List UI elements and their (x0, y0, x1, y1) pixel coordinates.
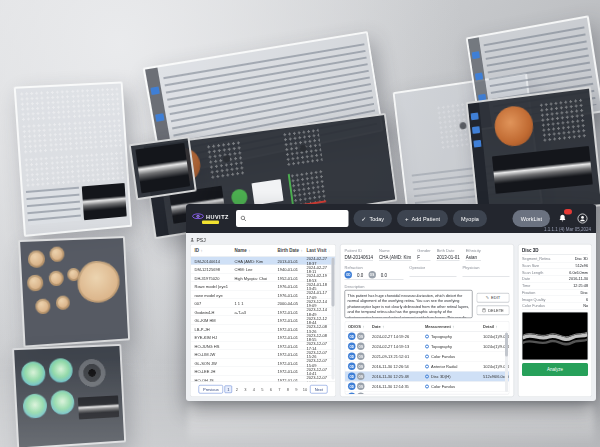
measurement-row[interactable]: OD OS 2016-11-30 12:14:35 Color Fundus (345, 382, 509, 392)
page-number-button[interactable]: 2 (233, 386, 241, 394)
sort-odos[interactable]: OD/OS↕ (348, 324, 372, 329)
od-badge: OD (348, 353, 356, 361)
patient-row[interactable]: HO-LEE JH 1972-01-01 2023-12-07 14:41 (191, 367, 336, 376)
description-textarea[interactable]: This patient has huge choroidal neovascu… (345, 290, 473, 318)
page-number-button[interactable]: 4 (250, 386, 258, 394)
measurement-type-icon (425, 334, 429, 338)
detail-field: Birth Date 2013-01-01 (437, 249, 460, 262)
edit-button[interactable]: ✎ EDIT (477, 293, 510, 303)
huvitz-logo: HUVITZ (192, 213, 229, 224)
sort-id[interactable]: ID↕ (195, 248, 235, 253)
os-badge: OS (357, 363, 365, 371)
sort-measurement[interactable]: Measurement↕ (425, 324, 483, 329)
check-icon: ✓ (361, 215, 366, 222)
od-badge: OD (348, 383, 356, 391)
previous-page-button[interactable]: Previous (199, 385, 224, 394)
od-badge: OD (348, 343, 356, 351)
search-input[interactable] (250, 216, 345, 222)
version-text: 1.1.1.1 (4) Mar 05,2024 (544, 227, 591, 232)
worklist-button[interactable]: WorkList (513, 210, 550, 227)
measurement-type-icon (425, 364, 429, 368)
next-page-button[interactable]: Next (310, 385, 327, 394)
sort-icon: ↕ (201, 248, 203, 253)
operator-value (409, 271, 456, 277)
patient-table-scrollbar[interactable] (332, 258, 335, 380)
measurement-row[interactable]: OD OS 2021-09-13 21:52:01 Color Fundus (345, 352, 509, 362)
measurement-row[interactable]: OD OS 2024-02-27 14:59:26 Topography 102… (345, 332, 509, 342)
page-number-button[interactable]: 3 (242, 386, 250, 394)
measurement-scrollbar[interactable] (505, 333, 508, 393)
patient-row[interactable]: LB-P-JH 1972-01-01 2023-12-08 13:26 (191, 325, 336, 334)
notifications-button[interactable] (555, 211, 570, 226)
measurement-table: OD/OS↕ Date↕ Measurement↕ Detail↕ OD OS … (345, 321, 510, 395)
brand-badge (202, 221, 219, 225)
app-window: HUVITZ ✓ Today + Add Patient Myopia (186, 204, 596, 401)
page-number-button[interactable]: 7 (276, 386, 284, 394)
content-area: PSJ ID↕ Name↕ Birth Date↕ Last Visit↓ DM… (186, 233, 596, 401)
patient-row[interactable]: GL-SON JW 1972-01-01 2023-12-07 15:09 (191, 359, 336, 368)
measurement-type-icon (425, 354, 429, 358)
floating-screen-topography (18, 236, 130, 348)
os-badge: OS (357, 353, 365, 361)
patient-row[interactable]: HO-JUNG HS 1972-01-01 2023-12-07 17:14 (191, 342, 336, 351)
notification-badge (564, 209, 572, 215)
patient-table-header: ID↕ Name↕ Birth Date↕ Last Visit↓ (191, 245, 336, 257)
patient-row[interactable]: GL-KIM HM 1972-01-01 2023-12-12 18:44 (191, 316, 336, 325)
measurement-row[interactable]: OD OS 2016-11-30 12:25:48 Disc 3D(H) 512… (345, 372, 509, 382)
patient-row[interactable]: Rowe model (eye1 1976-01-01 2024-01-18 1… (191, 282, 336, 291)
detail-fields-row2: Refraction OD 0.0 OS 0.0 Operator Phy (345, 265, 510, 280)
patient-row[interactable]: DM-12125698 CHM: Lee 1940-01-01 2024-02-… (191, 265, 336, 274)
page-number-button[interactable]: 10 (301, 386, 309, 394)
os-badge: OS (357, 393, 365, 395)
account-button[interactable] (575, 211, 590, 226)
measurement-type-icon (425, 384, 429, 388)
floating-screen-oct-small (129, 136, 197, 200)
patient-row[interactable]: 007 1 1 1 2000-04-05 2023-12-14 19:09 (191, 299, 336, 308)
myopia-button[interactable]: Myopia (453, 210, 487, 227)
oct-preview-image[interactable] (522, 312, 588, 360)
eye-logo-icon (192, 213, 204, 220)
sort-name[interactable]: Name↕ (235, 248, 278, 253)
delete-button[interactable]: DELETE (477, 306, 510, 316)
measurement-row[interactable]: OD OS 2016-11-30 12:26:54 Anterior Radia… (345, 362, 509, 372)
page-number-button[interactable]: 1 (225, 386, 233, 394)
measurement-row[interactable]: OD OS 2024-02-27 14:59:13 Topography 102… (345, 342, 509, 352)
user-icon (577, 213, 588, 224)
add-patient-button[interactable]: + Add Patient (397, 210, 448, 227)
pencil-icon: ✎ (486, 296, 489, 301)
patient-row[interactable]: DH-31975020 High Myopia: Choi 1952-01-01… (191, 274, 336, 283)
floating-screen-octa-grid (14, 81, 132, 236)
sort-detail[interactable]: Detail↕ (483, 324, 509, 329)
brand-name: HUVITZ (206, 213, 229, 219)
today-button[interactable]: ✓ Today (353, 210, 392, 227)
sort-icon: ↓ (328, 248, 330, 253)
scan-info-row: Fixation Disc (522, 289, 588, 296)
plus-icon: + (405, 215, 409, 222)
page-number-button[interactable]: 9 (293, 386, 301, 394)
analyze-button[interactable]: Analyze (522, 363, 588, 376)
sort-birth-date[interactable]: Birth Date↕ (278, 248, 307, 253)
od-badge: OD (348, 393, 356, 395)
operator-field: Operator (409, 265, 456, 280)
page-number-button[interactable]: 8 (284, 386, 292, 394)
scan-info-row: Segment_Retina Disc 3D (522, 256, 588, 263)
patient-detail-panel: Patient ID DM-20140614 Name CHA (AMD: Ki… (340, 244, 514, 397)
patient-row[interactable]: HO-LIM JW 1972-01-01 2023-12-07 15:26 (191, 350, 336, 359)
measurement-type-icon (425, 344, 429, 348)
patient-row[interactable]: DM-20140614 CHA (AMD: Kim 2013-01-01 202… (191, 257, 336, 266)
patient-row[interactable]: EYE-KIM HJ 1972-01-01 2023-12-08 18:55 (191, 333, 336, 342)
sort-icon: ↕ (362, 324, 364, 329)
sort-date[interactable]: Date↕ (372, 324, 425, 329)
sort-icon: ↕ (452, 324, 454, 329)
current-user: PSJ (190, 235, 592, 244)
physician-value (462, 271, 509, 277)
measurement-row[interactable]: OD OS 2016-11-30 12:14:11 Macular Wide(H… (345, 392, 509, 395)
patient-row[interactable]: rowe model eye 1976-01-01 2024-01-17 17:… (191, 291, 336, 300)
page-number-button[interactable]: 6 (267, 386, 275, 394)
detail-field: Patient ID DM-20140614 (345, 249, 374, 262)
detail-field: Gender F (417, 249, 430, 262)
sort-last-visit[interactable]: Last Visit↓ (307, 248, 336, 253)
search-box[interactable] (236, 210, 349, 227)
page-number-button[interactable]: 5 (259, 386, 267, 394)
patient-row[interactable]: Godwin4-H a-T-a3 1972-01-01 2023-12-14 1… (191, 308, 336, 317)
